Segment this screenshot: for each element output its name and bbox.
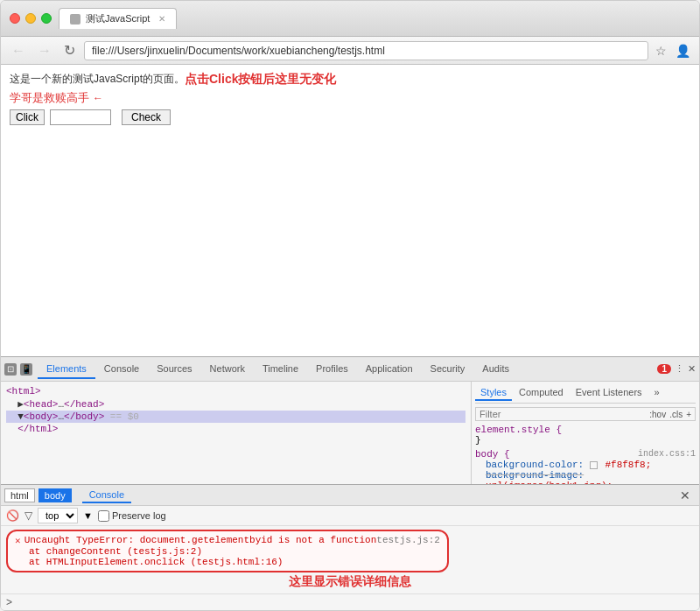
button-row: Click Check (10, 109, 690, 125)
tab-title: 测试JavaScript (86, 12, 150, 25)
page-content: 这是一个新的测试JavaScript的页面。 点击Click按钮后这里无变化 学… (1, 65, 699, 356)
styles-tab[interactable]: Styles (475, 385, 512, 401)
error-text-line2: at changeContent (testjs.js:2) (29, 546, 202, 557)
clear-console-icon[interactable]: 🚫 (6, 509, 19, 522)
error-text-line3: at HTMLInputElement.onclick (testjs.html… (29, 557, 283, 567)
more-tabs-icon[interactable]: » (649, 385, 665, 401)
preserve-log-checkbox[interactable] (98, 510, 109, 522)
element-style-selector: element.style { (475, 425, 562, 435)
page-line1: 这是一个新的测试JavaScript的页面。 (10, 72, 690, 87)
tab-console[interactable]: Console (95, 360, 148, 379)
back-button[interactable]: ← (8, 41, 29, 60)
styles-panel: Styles Computed Event Listeners » :hov .… (472, 382, 699, 484)
devtools-icons: ⊡ 📱 (4, 363, 32, 376)
preserve-log-text: Preserve log (112, 510, 166, 521)
bottom-panel: html body Console ✕ 🚫 ▽ top ▼ Preserve l… (1, 484, 699, 610)
add-style-button[interactable]: + (686, 410, 691, 419)
error-message: ✕ Uncaught TypeError: document.getelemen… (6, 530, 449, 572)
console-prompt-icon: > (6, 596, 12, 608)
title-bar: 测试JavaScript ✕ (1, 1, 699, 37)
console-input[interactable] (16, 597, 694, 607)
element-style-close: } (475, 435, 481, 446)
console-input-line: > (1, 593, 699, 610)
hov-button[interactable]: :hov (649, 410, 666, 419)
browser-toolbar: ← → ↻ ☆ 👤 (1, 37, 699, 65)
account-icon[interactable]: 👤 (674, 42, 692, 60)
browser-tab[interactable]: 测试JavaScript ✕ (59, 8, 177, 29)
address-bar[interactable] (84, 41, 648, 60)
console-tab[interactable]: Console (82, 488, 131, 503)
error-line1: ✕ Uncaught TypeError: document.getelemen… (15, 535, 440, 546)
cls-button[interactable]: .cls (669, 410, 682, 419)
left-arrow-icon: ← (93, 92, 103, 104)
tab-application[interactable]: Application (357, 360, 422, 379)
preserve-log-label: Preserve log (98, 510, 166, 522)
html-breadcrumb[interactable]: html (4, 488, 35, 502)
devtools-tab-bar: ⊡ 📱 Elements Console Sources Network Tim… (1, 357, 699, 382)
console-messages: ✕ Uncaught TypeError: document.getelemen… (1, 526, 699, 593)
styles-filter-bar: :hov .cls + (475, 407, 696, 421)
forward-button[interactable]: → (34, 41, 55, 60)
bg-color-swatch (590, 461, 598, 469)
element-head[interactable]: ▶<head>…</head> (6, 397, 466, 411)
console-level-select[interactable]: top (38, 508, 78, 523)
elements-tree: <html> ▶<head>…</head> ▼<body>…</body> =… (1, 382, 471, 484)
annotation-area: 点击Click按钮后这里无变化 (185, 72, 336, 88)
maximize-button[interactable] (41, 13, 52, 24)
tab-security[interactable]: Security (422, 360, 474, 379)
body-selector: body { (475, 449, 510, 460)
bottom-annotation: 这里显示错误详细信息 (6, 574, 694, 590)
element-style-rule: element.style { } (475, 425, 696, 446)
bookmark-icon[interactable]: ☆ (654, 42, 668, 60)
devtools-right-controls: 1 ⋮ ✕ (657, 363, 696, 375)
tab-close-icon[interactable]: ✕ (158, 14, 165, 24)
console-toolbar: 🚫 ▽ top ▼ Preserve log (1, 506, 699, 526)
traffic-lights (10, 13, 52, 24)
check-button[interactable]: Check (122, 109, 171, 125)
bg-color-prop: background-color: #f8f8f8; (486, 460, 651, 470)
click-button[interactable]: Click (10, 109, 45, 125)
devtools-main: <html> ▶<head>…</head> ▼<body>…</body> =… (1, 382, 699, 484)
tab-audits[interactable]: Audits (473, 360, 518, 379)
devtools-more-icon[interactable]: ⋮ (675, 363, 684, 375)
error-count-badge: 1 (657, 364, 671, 374)
device-icon[interactable]: 📱 (20, 363, 32, 376)
page-line2: 学哥是救赎高手 (10, 90, 89, 106)
event-listeners-tab[interactable]: Event Listeners (570, 385, 648, 401)
error-line3: at HTMLInputElement.onclick (testjs.html… (15, 557, 440, 567)
refresh-button[interactable]: ↻ (60, 40, 79, 60)
close-button[interactable] (10, 13, 20, 24)
error-icon: ✕ (15, 535, 21, 546)
tab-profiles[interactable]: Profiles (307, 360, 357, 379)
body-breadcrumb[interactable]: body (38, 488, 72, 502)
devtools-settings-icon[interactable]: ✕ (688, 363, 696, 375)
devtools-panel: ⊡ 📱 Elements Console Sources Network Tim… (1, 356, 699, 610)
tab-timeline[interactable]: Timeline (254, 360, 307, 379)
error-text-line1: Uncaught TypeError: document.getelementb… (24, 535, 377, 546)
element-html-close[interactable]: </html> (6, 423, 466, 435)
tab-bar: 测试JavaScript ✕ (59, 8, 690, 29)
inspect-icon[interactable]: ⊡ (4, 363, 17, 376)
minimize-button[interactable] (25, 13, 36, 24)
bg-image-prop: background-image: url(images/back1.jpg); (475, 470, 696, 484)
styles-filter-input[interactable] (480, 409, 649, 419)
text-input[interactable] (50, 109, 111, 125)
styles-tab-bar: Styles Computed Event Listeners » (475, 385, 696, 404)
page-line2-area: 学哥是救赎高手 ← (10, 90, 690, 106)
body-style-rule: body { index.css:1 background-color: #f8… (475, 449, 696, 484)
error-location: testjs.js:2 (376, 535, 440, 546)
element-body[interactable]: ▼<body>…</body> == $0 (6, 411, 466, 423)
annotation-text: 点击Click按钮后这里无变化 (185, 72, 336, 88)
body-source: index.css:1 (638, 449, 696, 459)
filter-icon[interactable]: ▽ (24, 509, 32, 522)
element-html[interactable]: <html> (6, 385, 466, 397)
bottom-panel-tab-bar: html body Console ✕ (1, 485, 699, 506)
console-dropdown-icon[interactable]: ▼ (83, 510, 93, 521)
console-tab-controls: Console (82, 488, 131, 503)
filter-controls: :hov .cls + (649, 410, 691, 419)
tab-sources[interactable]: Sources (148, 360, 200, 379)
computed-tab[interactable]: Computed (514, 385, 569, 401)
console-close-button[interactable]: ✕ (680, 488, 696, 502)
tab-network[interactable]: Network (201, 360, 254, 379)
tab-elements[interactable]: Elements (38, 360, 95, 379)
